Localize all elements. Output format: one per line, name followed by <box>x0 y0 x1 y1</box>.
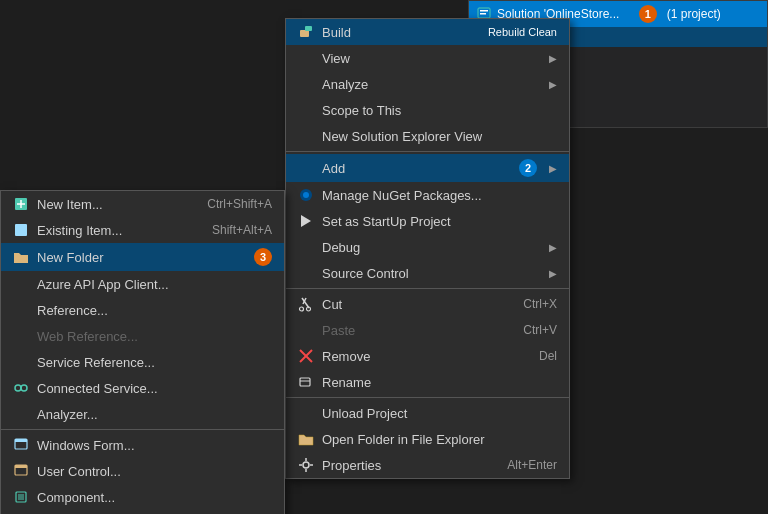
add-connected-service[interactable]: Connected Service... <box>1 375 284 401</box>
menu-item-scope[interactable]: Scope to This <box>286 97 569 123</box>
debug-icon <box>298 239 314 255</box>
solution-project-count: (1 project) <box>667 7 721 21</box>
windows-form-icon <box>13 437 29 453</box>
properties-label: Properties <box>322 458 499 473</box>
badge-3: 3 <box>254 248 272 266</box>
add-azure[interactable]: Azure API App Client... <box>1 271 284 297</box>
divider-1 <box>286 151 569 152</box>
menu-item-nuget[interactable]: Manage NuGet Packages... <box>286 182 569 208</box>
view-icon <box>298 50 314 66</box>
add-reference[interactable]: Reference... <box>1 297 284 323</box>
add-label: Add <box>322 161 507 176</box>
properties-icon <box>298 457 314 473</box>
analyze-icon <box>298 76 314 92</box>
badge-2: 2 <box>519 159 537 177</box>
paste-label: Paste <box>322 323 515 338</box>
menu-item-set-startup[interactable]: Set as StartUp Project <box>286 208 569 234</box>
unload-icon <box>298 405 314 421</box>
new-solution-view-label: New Solution Explorer View <box>322 129 557 144</box>
add-divider <box>1 429 284 430</box>
menu-item-cut[interactable]: Cut Ctrl+X <box>286 291 569 317</box>
menu-item-rename[interactable]: Rename <box>286 369 569 395</box>
menu-item-unload[interactable]: Unload Project <box>286 400 569 426</box>
menu-item-debug[interactable]: Debug ▶ <box>286 234 569 260</box>
open-folder-label: Open Folder in File Explorer <box>322 432 557 447</box>
analyzer-icon <box>13 406 29 422</box>
menu-item-view[interactable]: View ▶ <box>286 45 569 71</box>
new-item-icon <box>13 196 29 212</box>
svg-point-10 <box>300 307 304 311</box>
svg-point-25 <box>15 385 21 391</box>
menu-item-build[interactable]: Build Rebuild Clean <box>286 19 569 45</box>
menu-item-add[interactable]: Add 2 ▶ <box>286 154 569 182</box>
debug-arrow: ▶ <box>549 242 557 253</box>
menu-item-analyze[interactable]: Analyze ▶ <box>286 71 569 97</box>
add-analyzer[interactable]: Analyzer... <box>1 401 284 427</box>
menu-item-paste: Paste Ctrl+V <box>286 317 569 343</box>
svg-point-6 <box>303 192 309 198</box>
menu-item-properties[interactable]: Properties Alt+Enter <box>286 452 569 478</box>
analyzer-label: Analyzer... <box>37 407 272 422</box>
cut-label: Cut <box>322 297 515 312</box>
web-reference-label: Web Reference... <box>37 329 272 344</box>
menu-item-new-solution-view[interactable]: New Solution Explorer View <box>286 123 569 149</box>
view-arrow: ▶ <box>549 53 557 64</box>
add-windows-form[interactable]: Windows Form... <box>1 432 284 458</box>
properties-shortcut: Alt+Enter <box>507 458 557 472</box>
paste-icon <box>298 322 314 338</box>
source-control-label: Source Control <box>322 266 541 281</box>
cut-shortcut: Ctrl+X <box>523 297 557 311</box>
existing-item-icon <box>13 222 29 238</box>
analyze-label: Analyze <box>322 77 541 92</box>
remove-label: Remove <box>322 349 531 364</box>
azure-label: Azure API App Client... <box>37 277 272 292</box>
add-web-reference: Web Reference... <box>1 323 284 349</box>
view-label: View <box>322 51 541 66</box>
solution-badge <box>625 7 628 21</box>
connected-service-icon <box>13 380 29 396</box>
menu-item-open-folder[interactable]: Open Folder in File Explorer <box>286 426 569 452</box>
badge-1: 1 <box>639 5 657 23</box>
rename-icon <box>298 374 314 390</box>
reference-icon <box>13 302 29 318</box>
remove-shortcut: Del <box>539 349 557 363</box>
add-component[interactable]: Component... <box>1 484 284 510</box>
add-arrow: ▶ <box>549 163 557 174</box>
add-service-reference[interactable]: Service Reference... <box>1 349 284 375</box>
add-new-item[interactable]: New Item... Ctrl+Shift+A <box>1 191 284 217</box>
menu-item-remove[interactable]: Remove Del <box>286 343 569 369</box>
build-label: Build <box>322 25 472 40</box>
svg-rect-31 <box>15 465 27 468</box>
remove-icon <box>298 348 314 364</box>
svg-rect-14 <box>300 378 310 386</box>
user-control-label: User Control... <box>37 464 272 479</box>
scope-label: Scope to This <box>322 103 557 118</box>
svg-point-16 <box>303 462 309 468</box>
service-reference-icon <box>13 354 29 370</box>
nuget-icon <box>298 187 314 203</box>
svg-rect-29 <box>15 439 27 442</box>
service-reference-label: Service Reference... <box>37 355 272 370</box>
reference-label: Reference... <box>37 303 272 318</box>
new-folder-label: New Folder <box>37 250 242 265</box>
svg-rect-2 <box>480 13 486 15</box>
open-folder-icon <box>298 431 314 447</box>
add-user-control[interactable]: User Control... <box>1 458 284 484</box>
set-startup-icon <box>298 213 314 229</box>
windows-form-label: Windows Form... <box>37 438 272 453</box>
main-context-menu: Build Rebuild Clean View ▶ Analyze ▶ Sco… <box>285 18 570 479</box>
analyze-arrow: ▶ <box>549 79 557 90</box>
new-solution-view-icon <box>298 128 314 144</box>
component-label: Component... <box>37 490 272 505</box>
svg-rect-4 <box>305 26 312 31</box>
menu-item-source-control[interactable]: Source Control ▶ <box>286 260 569 286</box>
build-icon <box>298 24 314 40</box>
add-existing-item[interactable]: Existing Item... Shift+Alt+A <box>1 217 284 243</box>
connected-service-label: Connected Service... <box>37 381 272 396</box>
azure-icon <box>13 276 29 292</box>
add-new-folder[interactable]: New Folder 3 <box>1 243 284 271</box>
cut-icon <box>298 296 314 312</box>
unload-label: Unload Project <box>322 406 557 421</box>
new-item-label: New Item... <box>37 197 199 212</box>
add-class[interactable]: C# Class... <box>1 510 284 514</box>
